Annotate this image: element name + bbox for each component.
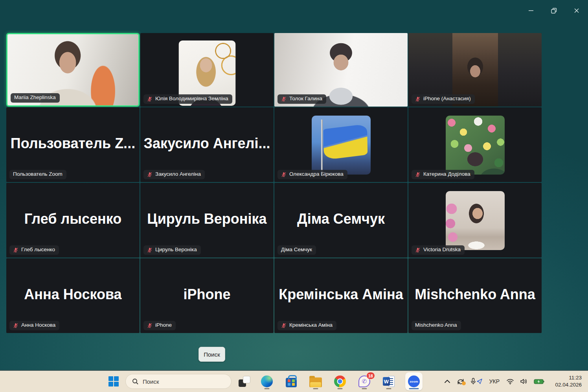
muted-mic-icon <box>147 247 153 253</box>
participant-tile[interactable]: Толок Галина <box>274 33 408 107</box>
participant-name-label: Кремінська Аміна <box>289 322 333 328</box>
viber-notification-badge: 18 <box>366 372 375 379</box>
participant-name-label: Анна Носкова <box>21 322 55 328</box>
battery-status[interactable] <box>534 379 544 385</box>
participant-name-label: Толок Галина <box>289 96 322 102</box>
participant-nametag: iPhone <box>143 321 176 330</box>
participant-name-label: Глеб лысенко <box>21 247 55 253</box>
running-indicator <box>313 388 318 389</box>
task-view-button[interactable] <box>238 375 251 388</box>
wifi-status[interactable] <box>506 378 514 385</box>
running-indicator <box>362 388 367 389</box>
muted-mic-icon <box>415 172 421 177</box>
participant-tile[interactable]: Victoria Drutska <box>408 183 542 258</box>
participant-tile[interactable]: iPhone (Анастасия) <box>408 33 542 107</box>
participant-avatar <box>446 191 505 250</box>
participant-tile[interactable]: Катерина Доділова <box>408 107 542 182</box>
tray-sync-status[interactable] <box>456 377 465 385</box>
word-taskbar-button[interactable]: W <box>381 373 397 390</box>
chrome-icon <box>334 375 346 387</box>
participant-display-name: iPhone <box>143 286 270 303</box>
search-icon <box>132 378 139 385</box>
microsoft-store-taskbar-button[interactable] <box>283 373 299 390</box>
participant-tile[interactable]: Кремінська Аміна Кремінська Аміна <box>274 258 408 333</box>
tray-date: 02.04.2026 <box>550 381 582 388</box>
close-button[interactable] <box>571 6 582 16</box>
speaker-icon <box>520 378 528 385</box>
file-explorer-taskbar-button[interactable] <box>308 373 323 390</box>
participant-nametag: Кремінська Аміна <box>277 321 336 330</box>
tray-time: 11:23 <box>550 374 582 381</box>
participant-display-name: Цируль Вероніка <box>143 211 270 227</box>
participant-tile[interactable]: Юлія Володимирівна Земліна <box>140 33 274 107</box>
participant-tile[interactable]: iPhone iPhone <box>140 258 274 333</box>
start-button[interactable] <box>108 376 119 387</box>
chrome-taskbar-button[interactable] <box>332 373 348 390</box>
participant-display-name: Кремінська Аміна <box>277 286 404 303</box>
store-icon <box>286 378 297 387</box>
tray-chevron-up[interactable] <box>444 379 450 383</box>
taskbar-search-input[interactable]: Поиск <box>125 374 232 389</box>
participant-grid: Mariia Zheplinska Юлія Володимирівна Зем… <box>6 33 542 333</box>
word-icon: W <box>383 375 395 387</box>
participant-nametag: Victoria Drutska <box>412 245 465 255</box>
participant-tile[interactable]: Олександра Бірюкова <box>274 107 408 182</box>
participant-name-label: Mishchenko Anna <box>415 322 457 328</box>
participant-name-label: Пользователь Zoom <box>13 171 62 177</box>
sync-alert-dot <box>462 381 466 385</box>
participant-name-label: Mariia Zheplinska <box>14 95 56 101</box>
participant-display-name: Діма Семчук <box>277 211 404 227</box>
participant-tile[interactable]: Цируль Вероніка Цируль Вероніка <box>140 183 274 258</box>
participant-name-label: iPhone (Анастасия) <box>423 96 471 102</box>
muted-mic-icon <box>147 323 153 328</box>
participant-name-label: Юлія Володимирівна Земліна <box>155 96 228 102</box>
mic-in-use-icon <box>471 378 476 385</box>
participant-tile[interactable]: Діма Семчук Діма Семчук <box>274 183 408 258</box>
viber-taskbar-button[interactable]: ✆ 18 <box>356 373 372 390</box>
tray-mic-location[interactable] <box>471 378 483 385</box>
running-indicator <box>265 388 270 389</box>
running-indicator <box>386 388 391 389</box>
edge-taskbar-button[interactable] <box>259 373 275 390</box>
participant-tile[interactable]: Mishchenko Anna Mishchenko Anna <box>408 258 542 333</box>
participant-display-name: Пользователь Z... <box>9 135 136 152</box>
participant-avatar <box>446 116 505 175</box>
location-in-use-icon <box>476 378 483 385</box>
participant-name-label: Victoria Drutska <box>423 247 461 253</box>
muted-mic-icon <box>281 96 287 102</box>
muted-mic-icon <box>13 323 18 328</box>
minimize-button[interactable] <box>525 6 537 16</box>
chevron-up-icon <box>444 379 450 383</box>
participant-name-label: Цируль Вероніка <box>155 247 197 253</box>
participant-tile[interactable]: Закусило Ангелі... Закусило Ангеліна <box>140 107 274 182</box>
muted-mic-icon <box>281 172 287 177</box>
participant-name-label: Катерина Доділова <box>423 171 470 177</box>
zoom-meeting-window: Mariia Zheplinska Юлія Володимирівна Зем… <box>0 0 588 392</box>
taskbar-clock[interactable]: 11:23 02.04.2026 <box>550 374 582 388</box>
language-indicator[interactable]: УКР <box>489 378 500 385</box>
participant-nametag: Юлія Володимирівна Земліна <box>143 94 232 104</box>
participant-name-label: iPhone <box>155 322 172 328</box>
zoom-taskbar-button[interactable]: zoom <box>405 372 423 390</box>
muted-mic-icon <box>415 96 421 102</box>
folder-icon <box>309 377 322 387</box>
participant-tile[interactable]: Анна Носкова Анна Носкова <box>6 258 140 333</box>
participant-tile[interactable]: Глеб лысенко Глеб лысенко <box>6 183 140 258</box>
edge-icon <box>261 375 273 387</box>
participant-tile[interactable]: Пользователь Z... Пользователь Zoom <box>6 107 140 182</box>
taskbar-search-placeholder: Поиск <box>143 378 159 385</box>
restore-button[interactable] <box>548 6 560 16</box>
meeting-search-button[interactable]: Поиск <box>198 347 225 362</box>
participant-tile[interactable]: Mariia Zheplinska <box>6 33 140 107</box>
participant-nametag: Закусило Ангеліна <box>143 170 205 179</box>
participant-nametag: Mishchenko Anna <box>412 321 461 330</box>
ukraine-flag <box>323 124 368 160</box>
participant-nametag: Катерина Доділова <box>412 170 474 179</box>
participant-nametag: Олександра Бірюкова <box>277 170 347 179</box>
active-app-indicator <box>409 388 419 389</box>
volume-status[interactable] <box>520 378 528 385</box>
wifi-icon <box>506 378 514 385</box>
participant-display-name: Глеб лысенко <box>9 211 136 227</box>
participant-nametag: Mariia Zheplinska <box>11 93 60 103</box>
participant-nametag: Цируль Вероніка <box>143 245 201 255</box>
